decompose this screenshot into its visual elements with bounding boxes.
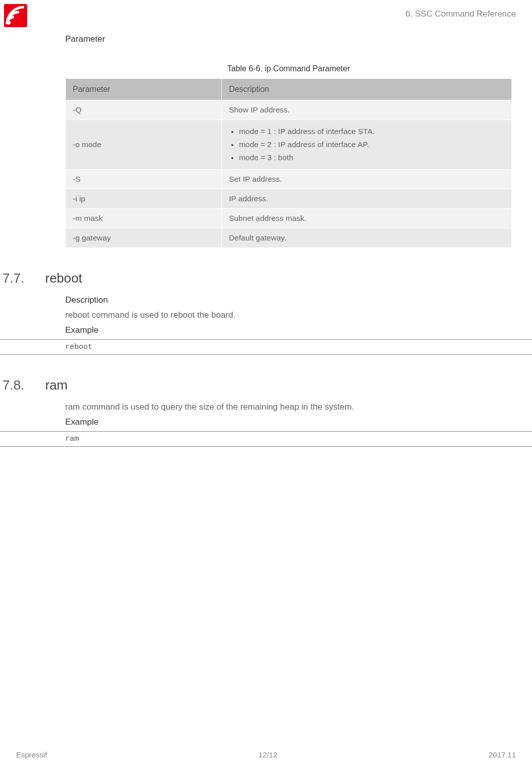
chapter-title: 6. SSC Command Reference [406,9,516,19]
desc-cell: IP address. [222,189,512,209]
section-number: 7.7. [3,271,45,286]
description-text: ram command is used to query the size of… [65,402,512,412]
desc-cell: Set IP address. [222,170,512,189]
ip-command-table: Parameter Description -Q Show IP address… [65,78,512,248]
table-header-description: Description [222,79,512,100]
param-cell: -Q [66,100,222,120]
example-label: Example [65,325,512,335]
desc-cell: Subnet address mask. [222,209,512,228]
list-item: mode = 2 : IP address of interface AP. [239,138,504,151]
table-row: -o mode mode = 1 : IP address of interfa… [66,120,512,170]
param-cell: -i ip [66,189,222,209]
section-heading-7-8: 7.8. ram [0,377,512,393]
table-row: -S Set IP address. [66,170,512,189]
table-row: -i ip IP address. [66,189,512,209]
brand-logo-icon [4,4,27,27]
param-cell: -g gateway [66,228,222,248]
list-item: mode = 3 : both [239,151,504,164]
table-row: -g gateway Default gateway. [66,228,512,248]
table-caption: Table 6-6. ip Command Parameter [65,64,512,73]
section-heading-7-7: 7.7. reboot [0,271,512,286]
table-row: -Q Show IP address. [66,100,512,120]
list-item: mode = 1 : IP address of interface STA. [239,125,504,138]
table-header-parameter: Parameter [66,79,222,100]
description-label: Description [65,295,512,305]
page-footer: Espressif 12/12 2017.11 [0,750,532,759]
example-label: Example [65,417,512,427]
param-cell: -m mask [66,209,222,228]
code-example: reboot [0,339,532,355]
desc-cell: Show IP address. [222,100,512,120]
desc-cell: mode = 1 : IP address of interface STA. … [222,120,512,170]
table-row: -m mask Subnet address mask. [66,209,512,228]
section-title: ram [45,377,68,393]
footer-date: 2017.11 [489,750,516,759]
code-example: ram [0,431,532,447]
section-title: reboot [45,271,82,286]
param-cell: -S [66,170,222,189]
footer-page-number: 12/12 [258,750,278,759]
parameter-heading: Parameter [65,34,512,44]
footer-company: Espressif [16,750,47,759]
svg-point-1 [7,21,11,25]
description-text: reboot command is used to reboot the boa… [65,310,512,320]
param-cell: -o mode [66,120,222,170]
desc-cell: Default gateway. [222,228,512,248]
section-number: 7.8. [3,377,45,393]
